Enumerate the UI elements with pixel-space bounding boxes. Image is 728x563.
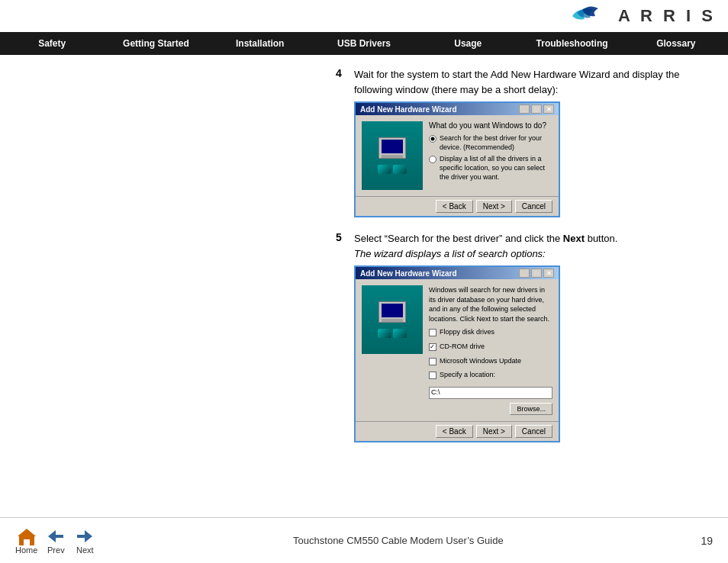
disc-3 [378, 329, 391, 338]
disc-4 [393, 329, 407, 338]
location-input[interactable]: C:\ [429, 387, 552, 399]
wizard-2-cancel-button[interactable]: Cancel [515, 425, 552, 438]
wizard-1-footer: < Back Next > Cancel [356, 196, 559, 216]
checkbox-floppy[interactable] [429, 329, 436, 336]
disc-2 [393, 165, 407, 174]
home-label: Home [15, 545, 37, 555]
wizard-1-cancel-button[interactable]: Cancel [515, 200, 552, 213]
svg-marker-3 [48, 530, 63, 542]
checkbox-cdrom[interactable] [429, 343, 436, 351]
wizard-2-option-3-label: Microsoft Windows Update [440, 357, 521, 366]
step-5-header: 5 Select “Search for the best driver” an… [336, 231, 713, 261]
computer-base [382, 155, 403, 158]
step-5-number: 5 [336, 231, 348, 243]
nav-troubleshooting[interactable]: Troubleshooting [520, 32, 623, 55]
close-2-button[interactable]: ✕ [543, 269, 554, 278]
wizard-2-back-button[interactable]: < Back [436, 425, 473, 438]
radio-option-1[interactable] [429, 135, 436, 143]
wizard-1-body: What do you want Windows to do? Search f… [356, 115, 559, 196]
wizard-1-option-1-label: Search for the best driver for your devi… [440, 134, 552, 152]
wizard-2-option-3: Microsoft Windows Update [429, 357, 552, 366]
discs-2 [378, 329, 407, 338]
arris-logo: A R R I S [571, 4, 716, 28]
wizard-2-description: Windows will search for new drivers in i… [429, 285, 552, 323]
computer-2-base [382, 319, 403, 322]
step-5-text: Select “Search for the best driver” and … [354, 231, 617, 261]
home-icon [16, 527, 37, 545]
arris-swoosh-icon [571, 4, 617, 28]
location-value: C:\ [430, 387, 442, 397]
wizard-2-option-2-label: CD-ROM drive [440, 343, 485, 352]
wizard-2-titlebar: Add New Hardware Wizard _ □ ✕ [356, 267, 559, 279]
wizard-1-content: What do you want Windows to do? Search f… [429, 121, 552, 190]
wizard-2-option-4: Specify a location: [429, 371, 552, 380]
close-button[interactable]: ✕ [543, 105, 554, 114]
step-4: 4 Wait for the system to start the Add N… [336, 67, 713, 217]
maximize-button[interactable]: □ [531, 105, 542, 114]
wizard-1-option-2-label: Display a list of all the drivers in a s… [440, 155, 552, 182]
right-panel: 4 Wait for the system to start the Add N… [336, 67, 713, 456]
nav-installation[interactable]: Installation [208, 32, 312, 55]
checkbox-specify[interactable] [429, 372, 436, 379]
navbar: Safety Getting Started Installation USB … [0, 32, 728, 55]
logo-text: A R R I S [618, 6, 716, 26]
prev-icon [45, 527, 66, 545]
wizard-1-next-button[interactable]: Next > [476, 200, 512, 213]
titlebar-buttons: _ □ ✕ [519, 105, 554, 114]
wizard-2-option-2: CD-ROM drive [429, 343, 552, 352]
wizard-1-back-button[interactable]: < Back [436, 200, 473, 213]
footer: Home Prev Next Touchstone CM550 Cable Mo… [0, 517, 728, 563]
wizard-1-title: Add New Hardware Wizard [360, 105, 457, 114]
maximize-2-button[interactable]: □ [531, 269, 542, 278]
home-nav-item[interactable]: Home [15, 527, 37, 555]
main-content: 4 Wait for the system to start the Add N… [0, 55, 728, 510]
wizard-2-title: Add New Hardware Wizard [360, 269, 457, 278]
footer-navigation: Home Prev Next [15, 527, 95, 555]
nav-getting-started[interactable]: Getting Started [104, 32, 208, 55]
svg-rect-2 [24, 539, 30, 545]
disc-1 [378, 165, 391, 174]
discs [378, 165, 407, 174]
wizard-2-option-1: Floppy disk drives [429, 328, 552, 337]
step-4-number: 4 [336, 67, 348, 79]
wizard-dialog-2: Add New Hardware Wizard _ □ ✕ [354, 265, 560, 442]
wizard-2-image [362, 285, 423, 354]
step-4-header: 4 Wait for the system to start the Add N… [336, 67, 713, 97]
minimize-button[interactable]: _ [519, 105, 530, 114]
search-options: Floppy disk drives CD-ROM drive Microsof… [429, 328, 552, 415]
step-5-text-normal: Select “Search for the best driver” and … [354, 233, 563, 244]
wizard-2-option-1-label: Floppy disk drives [440, 328, 494, 337]
footer-center-text: Touchstone CM550 Cable Modem User’s Guid… [95, 535, 701, 546]
wizard-dialog-1: Add New Hardware Wizard _ □ ✕ [354, 101, 560, 217]
svg-marker-1 [18, 529, 36, 536]
wizard-2-option-4-label: Specify a location: [440, 371, 495, 380]
browse-button[interactable]: Browse... [510, 403, 552, 415]
step-5-text-after: button. [585, 233, 617, 244]
titlebar-2-buttons: _ □ ✕ [519, 269, 554, 278]
wizard-2-footer: < Back Next > Cancel [356, 421, 559, 441]
radio-option-2[interactable] [429, 156, 436, 163]
nav-glossary[interactable]: Glossary [624, 32, 728, 55]
wizard-2-next-button[interactable]: Next > [476, 425, 512, 438]
wizard-2-body: Windows will search for new drivers in i… [356, 279, 559, 421]
computer-screen [382, 140, 403, 153]
minimize-2-button[interactable]: _ [519, 269, 530, 278]
step-5-text-italic: The wizard displays a list of search opt… [354, 248, 546, 259]
nav-safety[interactable]: Safety [0, 32, 104, 55]
wizard-1-option-1: Search for the best driver for your devi… [429, 134, 552, 152]
svg-marker-4 [77, 530, 92, 542]
wizard-1-titlebar: Add New Hardware Wizard _ □ ✕ [356, 103, 559, 115]
next-nav-item[interactable]: Next [74, 527, 95, 555]
checkbox-windows-update[interactable] [429, 358, 436, 365]
computer-icon [378, 137, 406, 159]
computer-2-screen [382, 304, 403, 317]
left-panel [15, 67, 336, 456]
step-5-text-bold: Next [563, 233, 585, 244]
nav-usb-drivers[interactable]: USB Drivers [312, 32, 416, 55]
prev-nav-item[interactable]: Prev [45, 527, 66, 555]
step-4-text: Wait for the system to start the Add New… [354, 67, 713, 97]
wizard-2-content: Windows will search for new drivers in i… [429, 285, 552, 415]
wizard-1-image [362, 121, 423, 190]
footer-page-number: 19 [701, 535, 713, 547]
nav-usage[interactable]: Usage [416, 32, 520, 55]
